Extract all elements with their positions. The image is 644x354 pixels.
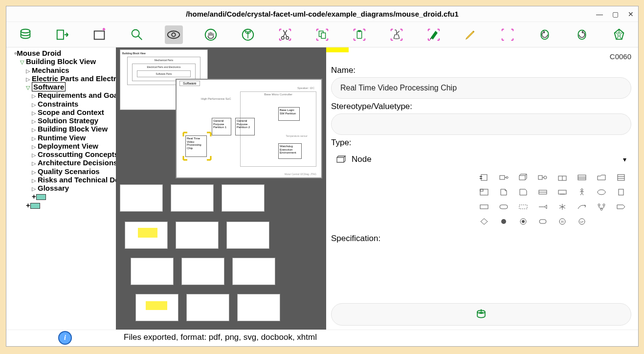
new-window-icon[interactable]: [90, 25, 109, 44]
tree-item[interactable]: Runtime View: [6, 133, 116, 142]
tree-item[interactable]: Crosscutting Concepts: [6, 150, 116, 158]
palette-component-icon[interactable]: [496, 171, 511, 184]
commit-button[interactable]: [331, 303, 631, 326]
tree-item[interactable]: Mechanics: [6, 66, 116, 74]
palette-final-icon[interactable]: [516, 215, 531, 228]
about-icon[interactable]: [610, 25, 628, 44]
redo-icon[interactable]: [573, 25, 591, 44]
tree-item[interactable]: Solution Strategy: [6, 116, 116, 125]
search-icon[interactable]: [128, 25, 146, 44]
tree-add[interactable]: +: [6, 192, 116, 200]
palette-signal-icon[interactable]: [614, 200, 628, 213]
palette-history-icon[interactable]: H: [555, 215, 570, 228]
palette-initial-icon[interactable]: [496, 215, 511, 228]
node[interactable]: Base Logic SW Partition: [278, 107, 300, 121]
palette-class-icon[interactable]: [614, 171, 628, 184]
svg-point-53: [600, 208, 602, 210]
palette-part-icon[interactable]: [535, 186, 550, 199]
palette-state-icon[interactable]: [535, 215, 550, 228]
close-button[interactable]: ✕: [626, 10, 635, 19]
diagram-thumb[interactable]: [125, 221, 168, 249]
palette-dashed-icon[interactable]: [516, 200, 531, 213]
tree-item[interactable]: Constraints: [6, 100, 116, 108]
reset-selection-icon[interactable]: [498, 25, 517, 44]
svg-rect-14: [358, 30, 361, 32]
database-icon[interactable]: [16, 25, 35, 44]
node[interactable]: General Purpose Partition 1: [212, 118, 231, 135]
palette-accept-icon[interactable]: [535, 200, 550, 213]
tree-add[interactable]: +: [6, 201, 116, 209]
palette-package-icon[interactable]: [555, 171, 570, 184]
tree-item[interactable]: Quality Scenarios: [6, 167, 116, 176]
diagram-thumb[interactable]: [237, 294, 280, 321]
palette-artifact-icon[interactable]: [496, 186, 511, 199]
delete-icon[interactable]: [387, 25, 406, 44]
paste-icon[interactable]: [350, 25, 369, 44]
node-selected[interactable]: Real Time Video Processing Chip: [185, 135, 207, 157]
palette-actor-icon[interactable]: [575, 186, 589, 199]
svg-point-3: [132, 29, 139, 37]
tree-item-software[interactable]: Software: [6, 83, 116, 91]
diagram-thumb[interactable]: [186, 294, 229, 321]
highlight-icon[interactable]: [424, 25, 443, 44]
diagram-thumb[interactable]: [171, 184, 214, 212]
tree-item[interactable]: Risks and Technical Debts: [6, 176, 116, 184]
palette-node-icon[interactable]: [516, 171, 531, 184]
palette-rect-icon[interactable]: [477, 200, 491, 213]
tree-root[interactable]: Mouse Droid: [6, 49, 116, 57]
stereotype-input[interactable]: [331, 113, 631, 135]
palette-note-icon[interactable]: [516, 186, 531, 199]
export-icon[interactable]: [53, 25, 72, 44]
diagram-thumb[interactable]: [232, 258, 275, 285]
tree-item[interactable]: Scope and Context: [6, 108, 116, 116]
node[interactable]: General Purpose Partition 2: [235, 118, 255, 135]
node[interactable]: Watchdog Execution Environment: [278, 143, 302, 159]
edit-icon[interactable]: [462, 25, 480, 44]
diagram-thumb[interactable]: [181, 258, 224, 285]
tree-item[interactable]: Requirements and Goals: [6, 91, 116, 99]
palette-usecase-icon[interactable]: [594, 186, 609, 199]
palette-interface-icon[interactable]: [535, 171, 550, 184]
svg-rect-35: [480, 189, 483, 191]
palette-frame-icon[interactable]: [477, 186, 491, 199]
minimize-button[interactable]: ―: [595, 10, 604, 19]
window-title: /home/andi/Code/crystal-facet-uml-code/e…: [186, 10, 459, 18]
maximize-button[interactable]: ▢: [611, 10, 620, 19]
hand-icon[interactable]: [201, 25, 220, 44]
view-icon[interactable]: [165, 25, 183, 44]
copy-icon[interactable]: [313, 25, 332, 44]
diagram-thumb[interactable]: [226, 221, 269, 249]
palette-decision-icon[interactable]: [477, 215, 491, 228]
name-input[interactable]: Real Time Video Processing Chip: [331, 77, 631, 99]
palette-deep-history-icon[interactable]: H*: [575, 215, 589, 228]
undo-icon[interactable]: [535, 25, 554, 44]
svg-point-10: [286, 36, 289, 39]
palette-table-icon[interactable]: [575, 171, 589, 184]
palette-block-icon[interactable]: [477, 171, 491, 184]
sprout-icon[interactable]: [239, 25, 257, 44]
diagram-thumb[interactable]: [120, 184, 163, 212]
type-dropdown[interactable]: Node ▾: [331, 153, 631, 166]
palette-roundrect-icon[interactable]: [496, 200, 511, 213]
tree-item[interactable]: Architecture Decisions: [6, 158, 116, 167]
tree-item[interactable]: Electric Parts and Electronics: [6, 74, 116, 83]
tree-item[interactable]: Deployment View: [6, 142, 116, 150]
palette-boundary-icon[interactable]: [614, 186, 628, 199]
diagram-thumb[interactable]: [131, 258, 174, 285]
tree-item[interactable]: Glossary: [6, 184, 116, 192]
cut-icon[interactable]: [276, 25, 294, 44]
diagram-main[interactable]: Software Speaker: I2C Base Micro Control…: [176, 79, 322, 178]
palette-flow-icon[interactable]: [575, 200, 589, 213]
diagram-thumb[interactable]: [176, 221, 219, 249]
tree-item[interactable]: Building Block View: [6, 125, 116, 133]
palette-folder-icon[interactable]: [594, 171, 609, 184]
svg-rect-31: [618, 175, 624, 180]
svg-rect-46: [619, 189, 623, 195]
palette-fork-icon[interactable]: [594, 200, 609, 213]
canvas-panel[interactable]: Building Block View Mechanical Parts Ele…: [116, 47, 326, 330]
palette-send-icon[interactable]: [555, 200, 570, 213]
palette-object-icon[interactable]: [555, 186, 570, 199]
diagram-thumb[interactable]: [222, 184, 265, 212]
diagram-thumb[interactable]: [135, 294, 178, 321]
tree-item[interactable]: Building Block View: [6, 57, 116, 66]
